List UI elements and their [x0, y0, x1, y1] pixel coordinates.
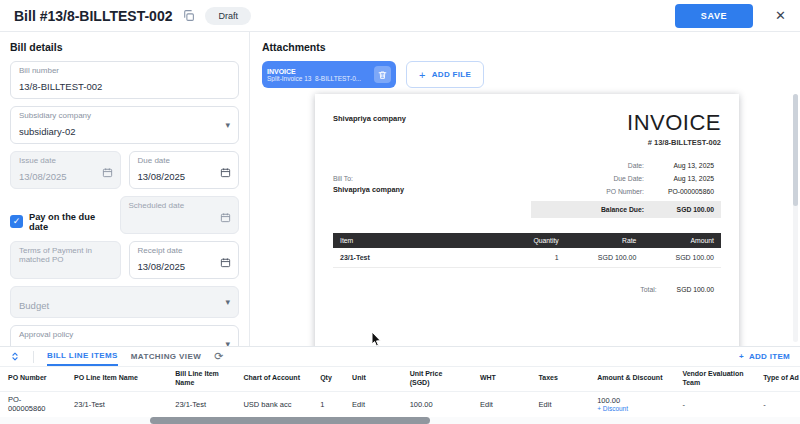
- cell-taxes-edit[interactable]: Edit: [531, 391, 590, 417]
- invoice-meta: Date: Aug 13, 2025 Due Date: Aug 13, 202…: [531, 159, 721, 218]
- tab-bar: BILL LINE ITEMS MATCHING VIEW ⟳ + ADD IT…: [0, 347, 800, 367]
- add-discount-link[interactable]: + Discount: [597, 405, 666, 412]
- add-file-button[interactable]: + ADD FILE: [406, 61, 484, 88]
- trash-icon[interactable]: [374, 66, 391, 83]
- invoice-item-quantity: 1: [508, 248, 566, 268]
- invoice-col-quantity: Quantity: [508, 233, 566, 248]
- expand-panel-icon[interactable]: [10, 351, 20, 362]
- plus-icon: +: [739, 352, 744, 361]
- col-unit-price: Unit Price (SGD): [402, 367, 472, 391]
- col-vendor-eval-team: Vendor Evaluation Team: [674, 367, 755, 391]
- bill-to-block: Bill To: Shivapriya company: [333, 159, 404, 218]
- invoice-company: Shivapriya company: [333, 110, 406, 123]
- chevron-down-icon: ▾: [225, 339, 230, 346]
- cell-unit-edit[interactable]: Edit: [344, 391, 402, 417]
- bill-details-title: Bill details: [10, 41, 239, 53]
- horizontal-scrollbar[interactable]: [0, 417, 800, 424]
- balance-due-row: Balance Due: SGD 100.00: [531, 201, 721, 218]
- balance-due-label: Balance Due:: [601, 206, 644, 213]
- receipt-date-value: 13/08/2025: [138, 261, 186, 272]
- issue-date-label: Issue date: [19, 156, 112, 165]
- issue-date-value: 13/08/2025: [19, 171, 67, 182]
- pay-on-due-label: Pay on the due date: [29, 212, 112, 232]
- calendar-icon[interactable]: [220, 164, 231, 182]
- receipt-date-field[interactable]: Receipt date 13/08/2025: [129, 241, 240, 279]
- invoice-meta-row: Date: Aug 13, 2025: [531, 159, 721, 172]
- meta-value: PO-000005860: [656, 188, 714, 195]
- approval-policy-label: Approval policy: [19, 330, 230, 339]
- bill-number-field[interactable]: Bill number 13/8-BILLTEST-002: [10, 61, 239, 99]
- calendar-icon: [220, 209, 231, 227]
- cell-type-of-ad: -: [755, 391, 800, 417]
- terms-of-payment-field[interactable]: Terms of Payment in matched PO: [10, 241, 121, 279]
- meta-label: Date:: [628, 162, 644, 169]
- approval-policy-select[interactable]: Approval policy Visibility testing polic…: [10, 325, 239, 346]
- cell-bill-line-item[interactable]: 23/1-Test: [167, 391, 235, 417]
- calendar-icon[interactable]: [220, 254, 231, 272]
- meta-value: Aug 13, 2025: [656, 162, 714, 169]
- due-date-field[interactable]: Due date 13/08/2025: [129, 151, 240, 189]
- due-date-value: 13/08/2025: [138, 171, 186, 182]
- col-taxes: Taxes: [531, 367, 590, 391]
- invoice-meta-row: PO Number: PO-000005860: [531, 185, 721, 198]
- meta-value: Aug 13, 2025: [656, 175, 714, 182]
- col-bill-line-item-name: Bill Line Item Name: [167, 367, 235, 391]
- attachment-filename: Split-Invoice 13_8-BILLTEST-0...: [267, 75, 369, 82]
- scheduled-date-label: Scheduled date: [129, 201, 231, 210]
- subsidiary-select[interactable]: Subsidiary company subsidiary-02 ▾: [10, 106, 239, 144]
- refresh-icon[interactable]: ⟳: [214, 351, 223, 362]
- add-item-button[interactable]: + ADD ITEM: [739, 352, 790, 361]
- table-row[interactable]: PO-000005860 23/1-Test 23/1-Test USD ban…: [0, 391, 800, 417]
- chevron-down-icon: ▾: [225, 120, 230, 130]
- col-qty: Qty: [312, 367, 344, 391]
- bill-number-label: Bill number: [19, 66, 230, 75]
- cell-po-number: PO-000005860: [0, 391, 66, 417]
- col-unit: Unit: [344, 367, 402, 391]
- bill-details-panel: Bill details Bill number 13/8-BILLTEST-0…: [0, 32, 250, 346]
- budget-select[interactable]: Budget ▾: [10, 286, 239, 318]
- status-badge: Draft: [205, 7, 251, 25]
- cell-unit-price[interactable]: 100.00: [402, 391, 472, 417]
- copy-icon[interactable]: [182, 9, 195, 22]
- col-type-of-ad: Type of Ad: [755, 367, 800, 391]
- cell-po-line-item: 23/1-Test: [66, 391, 167, 417]
- close-icon[interactable]: ✕: [775, 8, 786, 23]
- attachment-chip[interactable]: INVOICE Split-Invoice 13_8-BILLTEST-0...: [262, 61, 396, 88]
- cell-chart-of-account[interactable]: USD bank acc: [235, 391, 312, 417]
- invoice-col-amount: Amount: [643, 233, 721, 248]
- line-items-table: PO Number PO Line Item Name Bill Line It…: [0, 367, 800, 418]
- preview-scrollbar[interactable]: [793, 94, 798, 342]
- invoice-item-row: 23/1-Test 1 SGD 100.00 SGD 100.00: [333, 248, 721, 268]
- bill-editor-window: Bill #13/8-BILLTEST-002 Draft SAVE ✕ Bil…: [0, 0, 800, 424]
- col-wht: WHT: [472, 367, 531, 391]
- add-file-label: ADD FILE: [432, 70, 471, 79]
- save-button[interactable]: SAVE: [675, 4, 753, 28]
- budget-label: Budget: [19, 300, 49, 311]
- col-po-line-item-name: PO Line Item Name: [66, 367, 167, 391]
- issue-date-field[interactable]: Issue date 13/08/2025: [10, 151, 121, 189]
- col-amount-discount: Amount & Discount: [589, 367, 674, 391]
- invoice-col-rate: Rate: [566, 233, 644, 248]
- subsidiary-value: subsidiary-02: [19, 126, 76, 137]
- invoice-total-label: Total:: [640, 286, 656, 293]
- invoice-meta-row: Due Date: Aug 13, 2025: [531, 172, 721, 185]
- invoice-item-rate: SGD 100.00: [566, 248, 644, 268]
- subsidiary-label: Subsidiary company: [19, 111, 230, 120]
- preview-scrollbar-thumb[interactable]: [793, 94, 798, 206]
- add-item-label: ADD ITEM: [749, 352, 790, 361]
- cell-qty[interactable]: 1: [312, 391, 344, 417]
- invoice-total-value: SGD 100.00: [677, 286, 714, 293]
- meta-label: PO Number:: [606, 188, 644, 195]
- pay-on-due-checkbox-row[interactable]: ✓ Pay on the due date: [10, 196, 112, 241]
- col-chart-of-account: Chart of Account: [235, 367, 312, 391]
- bill-to-label: Bill To:: [333, 175, 404, 182]
- checkbox-checked-icon[interactable]: ✓: [10, 215, 23, 228]
- scheduled-date-field[interactable]: Scheduled date: [120, 196, 240, 234]
- tab-matching-view[interactable]: MATCHING VIEW: [131, 347, 201, 366]
- tab-bill-line-items[interactable]: BILL LINE ITEMS: [47, 347, 118, 366]
- chevron-down-icon: ▾: [225, 297, 230, 307]
- invoice-title: INVOICE: [627, 110, 721, 136]
- cell-wht-edit[interactable]: Edit: [472, 391, 531, 417]
- invoice-col-item: Item: [333, 233, 508, 248]
- horizontal-scrollbar-thumb[interactable]: [150, 417, 430, 424]
